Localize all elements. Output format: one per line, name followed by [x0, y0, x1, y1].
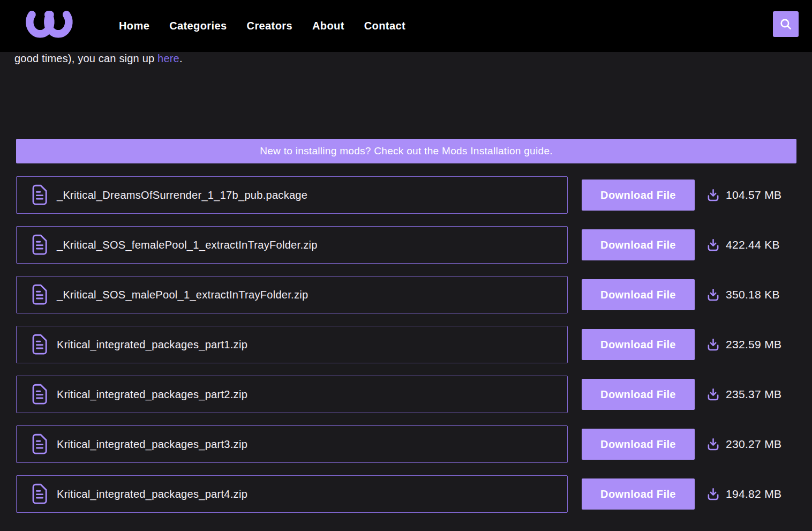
file-row: _Kritical_SOS_malePool_1_extractInTrayFo…: [16, 276, 796, 313]
download-file-button[interactable]: Download File: [582, 329, 695, 360]
download-file-button[interactable]: Download File: [582, 180, 695, 211]
file-text-icon: [31, 383, 48, 406]
search-icon: [779, 17, 793, 31]
file-size: 230.27 MB: [726, 438, 781, 451]
file-name: _Kritical_SOS_femalePool_1_extractInTray…: [57, 239, 318, 251]
signup-link[interactable]: here: [157, 53, 179, 64]
intro-text: good times), you can sign up here.: [14, 53, 183, 65]
file-name: Kritical_integrated_packages_part2.zip: [57, 388, 247, 401]
download-file-button[interactable]: Download File: [582, 379, 695, 410]
nav-item-contact[interactable]: Contact: [364, 20, 405, 32]
download-file-button-label: Download File: [600, 388, 676, 400]
file-size-group: 232.59 MB: [706, 326, 781, 363]
nav-item-home[interactable]: Home: [119, 20, 149, 32]
file-name-box: Kritical_integrated_packages_part2.zip: [16, 376, 568, 413]
file-text-icon: [31, 333, 48, 356]
download-file-button-label: Download File: [600, 289, 676, 301]
file-name: Kritical_integrated_packages_part1.zip: [57, 339, 247, 351]
download-icon: [706, 437, 720, 452]
file-name-box: Kritical_integrated_packages_part1.zip: [16, 326, 568, 363]
nav-item-creators[interactable]: Creators: [247, 20, 292, 32]
file-name-box: Kritical_integrated_packages_part3.zip: [16, 425, 568, 463]
file-row: Kritical_integrated_packages_part3.zip D…: [16, 425, 796, 463]
nav-item-categories[interactable]: Categories: [169, 20, 227, 32]
nav-item-about[interactable]: About: [312, 20, 344, 32]
file-name-box: _Kritical_DreamsOfSurrender_1_17b_pub.pa…: [16, 176, 568, 214]
file-row: Kritical_integrated_packages_part4.zip D…: [16, 475, 796, 513]
file-list: _Kritical_DreamsOfSurrender_1_17b_pub.pa…: [16, 176, 796, 525]
download-icon: [706, 487, 720, 502]
file-size-group: 194.82 MB: [706, 475, 781, 513]
download-file-button[interactable]: Download File: [582, 279, 695, 310]
download-file-button-label: Download File: [600, 239, 676, 251]
file-size-group: 104.57 MB: [706, 176, 781, 214]
download-icon: [706, 188, 720, 203]
download-file-button-label: Download File: [600, 339, 676, 350]
file-size: 232.59 MB: [726, 338, 781, 351]
file-size-group: 230.27 MB: [706, 425, 781, 463]
download-file-button-label: Download File: [600, 189, 676, 201]
intro-text-after: .: [179, 53, 183, 64]
file-text-icon: [31, 234, 48, 256]
file-name-box: Kritical_integrated_packages_part4.zip: [16, 475, 568, 513]
site-logo[interactable]: [21, 4, 76, 46]
file-size-group: 235.37 MB: [706, 376, 781, 413]
mods-guide-banner-text: New to installing mods? Check out the Mo…: [260, 145, 553, 157]
site-header: HomeCategoriesCreatorsAboutContact: [0, 0, 812, 52]
file-size-group: 350.18 KB: [706, 276, 780, 313]
download-file-button[interactable]: Download File: [582, 429, 695, 460]
file-name: Kritical_integrated_packages_part4.zip: [57, 488, 247, 500]
file-name: Kritical_integrated_packages_part3.zip: [57, 438, 247, 451]
file-name-box: _Kritical_SOS_femalePool_1_extractInTray…: [16, 226, 568, 264]
file-size: 104.57 MB: [726, 189, 781, 201]
mods-guide-banner[interactable]: New to installing mods? Check out the Mo…: [16, 139, 796, 163]
file-row: Kritical_integrated_packages_part2.zip D…: [16, 376, 796, 413]
download-icon: [706, 338, 720, 352]
file-name: _Kritical_SOS_malePool_1_extractInTrayFo…: [57, 289, 308, 301]
download-icon: [706, 288, 720, 302]
download-file-button[interactable]: Download File: [582, 229, 695, 260]
file-size: 422.44 KB: [726, 238, 780, 251]
file-size: 235.37 MB: [726, 388, 781, 401]
file-name-box: _Kritical_SOS_malePool_1_extractInTrayFo…: [16, 276, 568, 313]
file-size: 194.82 MB: [726, 488, 781, 500]
download-file-button-label: Download File: [600, 438, 676, 450]
file-row: _Kritical_DreamsOfSurrender_1_17b_pub.pa…: [16, 176, 796, 214]
main-nav: HomeCategoriesCreatorsAboutContact: [119, 0, 405, 52]
search-button[interactable]: [773, 11, 799, 37]
download-file-button[interactable]: Download File: [582, 478, 695, 510]
file-name: _Kritical_DreamsOfSurrender_1_17b_pub.pa…: [57, 189, 307, 201]
file-row: _Kritical_SOS_femalePool_1_extractInTray…: [16, 226, 796, 264]
w-horseshoe-logo-icon: [21, 4, 76, 46]
file-size: 350.18 KB: [726, 288, 780, 301]
file-size-group: 422.44 KB: [706, 226, 780, 264]
file-text-icon: [31, 184, 48, 206]
file-row: Kritical_integrated_packages_part1.zip D…: [16, 326, 796, 363]
download-icon: [706, 387, 720, 402]
file-text-icon: [31, 483, 48, 505]
file-text-icon: [31, 433, 48, 455]
download-file-button-label: Download File: [600, 488, 676, 500]
download-icon: [706, 238, 720, 252]
file-text-icon: [31, 283, 48, 306]
intro-text-before: good times), you can sign up: [14, 53, 157, 64]
